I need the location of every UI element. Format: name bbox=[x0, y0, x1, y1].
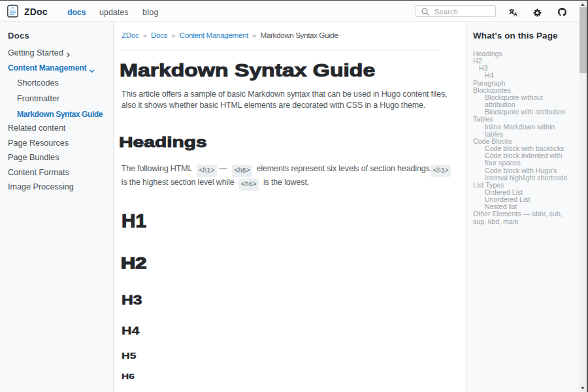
svg-text:A: A bbox=[514, 11, 517, 16]
